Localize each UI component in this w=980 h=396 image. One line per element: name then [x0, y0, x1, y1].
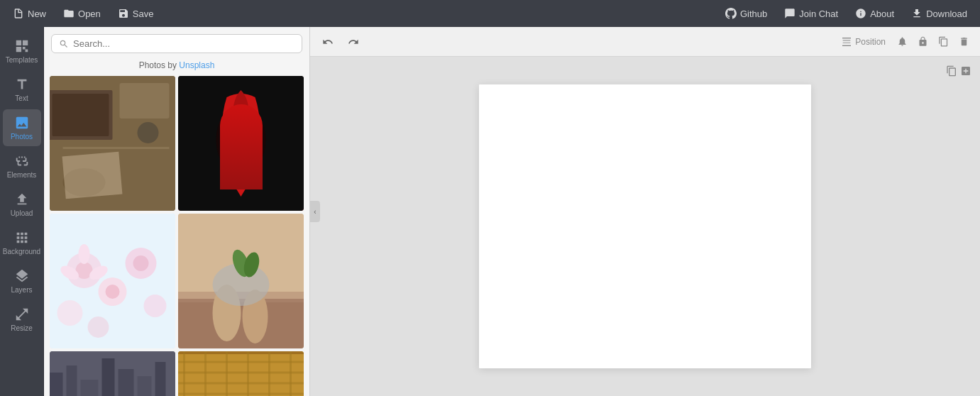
photo-person-svg [178, 214, 304, 348]
joinchat-button[interactable]: Join Chat [777, 5, 845, 22]
unsplash-link[interactable]: Unsplash [179, 60, 214, 70]
download-button[interactable]: Download [904, 5, 974, 22]
canvas-toolbar: Position [310, 27, 980, 57]
svg-point-15 [133, 255, 149, 271]
icon-sidebar: Templates Text Photos Elements Upload Ba… [0, 27, 44, 396]
svg-rect-53 [842, 45, 851, 45]
photo-item-city[interactable] [50, 351, 175, 396]
svg-rect-33 [81, 380, 99, 396]
panel-search [44, 27, 309, 57]
svg-point-4 [63, 168, 106, 197]
duplicate-frame-button[interactable] [946, 65, 957, 77]
sidebar-item-photos[interactable]: Photos [3, 109, 41, 146]
add-frame-icon [960, 65, 971, 77]
photos-by: Photos by Unsplash [44, 57, 309, 76]
sidebar-item-resize[interactable]: Resize [3, 301, 41, 338]
photo-item-red[interactable] [178, 76, 304, 211]
svg-rect-3 [120, 83, 170, 119]
svg-rect-35 [119, 369, 134, 396]
save-button[interactable]: Save [111, 5, 161, 22]
canvas-area: Position [310, 27, 980, 396]
add-frame-button[interactable] [960, 65, 971, 77]
svg-rect-52 [842, 38, 851, 38]
delete-button[interactable] [957, 34, 971, 49]
redo-button[interactable] [344, 34, 363, 50]
sidebar-item-text[interactable]: Text [3, 71, 41, 108]
panel-collapse-button[interactable]: ‹ [310, 201, 320, 222]
github-icon [725, 8, 737, 19]
sidebar-item-templates[interactable]: Templates [3, 33, 41, 70]
trash-icon [959, 36, 969, 47]
save-icon [118, 8, 129, 19]
open-icon [63, 8, 75, 19]
about-button[interactable]: About [848, 5, 901, 22]
position-button[interactable]: Position [837, 34, 889, 50]
photo-city-svg [50, 351, 175, 396]
photo-wicker-svg [178, 351, 304, 396]
github-button[interactable]: Github [718, 5, 774, 22]
sidebar-item-background[interactable]: Background [3, 224, 41, 261]
photos-grid [44, 76, 309, 396]
undo-icon [322, 36, 334, 48]
svg-rect-34 [102, 358, 115, 396]
text-icon [14, 77, 30, 92]
svg-point-18 [88, 317, 109, 338]
sidebar-item-layers[interactable]: Layers [3, 263, 41, 299]
photos-panel: Photos by Unsplash [44, 27, 310, 396]
navbar-left: New Open Save [6, 5, 160, 22]
chat-icon [784, 8, 795, 19]
svg-rect-2 [53, 94, 109, 136]
resize-icon [14, 307, 30, 322]
photos-icon [14, 115, 30, 131]
svg-point-17 [144, 295, 167, 317]
upload-icon [14, 192, 30, 207]
photo-item-person[interactable] [178, 214, 304, 348]
new-icon [13, 8, 24, 19]
canvas-toolbar-right: Position [837, 34, 971, 50]
photo-item-flowers[interactable] [50, 214, 175, 348]
main-layout: Templates Text Photos Elements Upload Ba… [0, 27, 980, 396]
bell-icon [897, 36, 908, 47]
photo-desk-svg [50, 76, 175, 211]
new-button[interactable]: New [6, 5, 53, 22]
position-icon [841, 36, 852, 48]
canvas-frame-controls [946, 65, 971, 77]
copy-button[interactable] [936, 34, 951, 49]
download-icon [911, 8, 923, 19]
svg-point-19 [79, 244, 90, 264]
elements-icon [14, 153, 30, 169]
photo-item-wicker[interactable] [178, 351, 304, 396]
copy-icon [938, 36, 949, 47]
lock-icon [918, 36, 928, 47]
svg-rect-31 [50, 373, 63, 396]
svg-point-8 [216, 104, 266, 175]
svg-rect-23 [178, 299, 304, 348]
info-icon [855, 8, 866, 19]
background-icon [14, 230, 30, 246]
svg-point-13 [106, 285, 120, 299]
undo-button[interactable] [319, 34, 337, 50]
panel-wrapper: Photos by Unsplash [44, 27, 310, 396]
canvas-page [479, 84, 811, 368]
photo-item-desk[interactable] [50, 76, 175, 211]
photo-flowers-svg [50, 214, 175, 348]
canvas-content [310, 57, 980, 396]
svg-point-16 [57, 300, 83, 326]
sidebar-item-elements[interactable]: Elements [3, 148, 41, 185]
search-box [51, 34, 302, 53]
svg-rect-37 [155, 362, 166, 396]
open-button[interactable]: Open [56, 5, 108, 22]
canvas-toolbar-left [319, 34, 363, 50]
layers-icon [14, 268, 30, 284]
svg-rect-36 [138, 376, 152, 396]
lock-button[interactable] [915, 34, 930, 49]
bell-button[interactable] [895, 34, 910, 49]
search-input[interactable] [73, 38, 294, 49]
svg-rect-5 [63, 147, 170, 149]
duplicate-frame-icon [946, 65, 957, 77]
templates-icon [14, 38, 30, 54]
photo-red-svg [178, 76, 304, 211]
navbar-right: Github Join Chat About Download [718, 5, 974, 22]
sidebar-item-upload[interactable]: Upload [3, 186, 41, 223]
svg-rect-32 [67, 365, 77, 396]
